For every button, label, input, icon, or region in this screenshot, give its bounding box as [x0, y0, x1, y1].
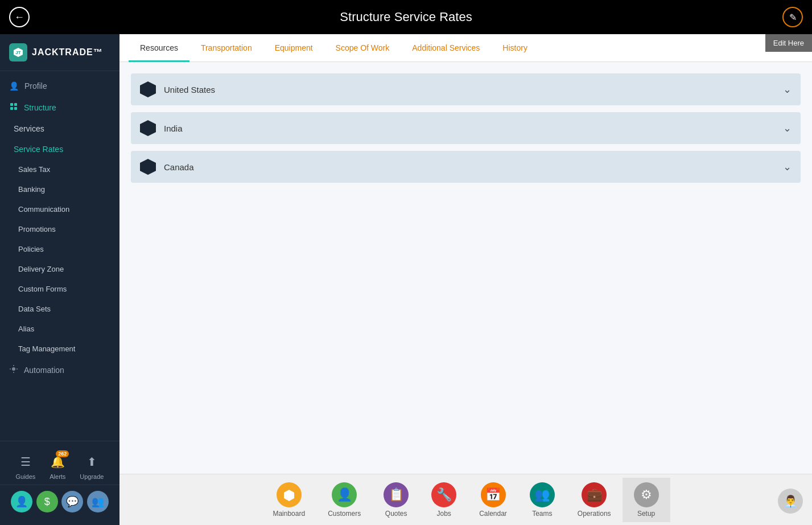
sidebar-item-automation[interactable]: Automation [0, 359, 119, 381]
sidebar-item-label: Banking [18, 185, 45, 194]
sidebar-item-label: Data Sets [18, 305, 51, 313]
page-title: Structure Service Rates [340, 10, 472, 24]
content-scroll: United States ⌄ India ⌄ Canada ⌄ [119, 62, 812, 474]
country-name-canada: Canada [164, 162, 783, 172]
nav-item-jobs[interactable]: 🔧 Jobs [420, 478, 468, 522]
sidebar-bottom-icons: 👤 $ 💬 👥 [0, 485, 119, 518]
nav-item-operations[interactable]: 💼 Operations [566, 478, 623, 522]
sidebar-nav: 👤 Profile Structure Services [0, 71, 119, 441]
sidebar-item-communication[interactable]: Communication [0, 199, 119, 219]
sidebar-item-label: Alias [18, 325, 34, 333]
sidebar-footer-icons: ☰ Guides 🔔 262 Alerts ⬆ Upgrade [0, 448, 119, 485]
tab-resources[interactable]: Resources [129, 34, 189, 61]
logo-icon: JT [9, 43, 27, 61]
sidebar-item-label: Profile [24, 81, 47, 91]
tab-equipment[interactable]: Equipment [263, 34, 324, 61]
avatar-image: 👨‍💼 [778, 489, 803, 514]
svg-rect-5 [14, 107, 17, 110]
content-area: Resources Transportation Equipment Scope… [119, 34, 812, 525]
quotes-icon: 📋 [384, 482, 409, 507]
sidebar-item-label: Promotions [18, 225, 56, 233]
operations-icon: 💼 [582, 482, 607, 507]
country-name-india: India [164, 124, 783, 133]
sidebar-item-data-sets[interactable]: Data Sets [0, 299, 119, 319]
sidebar-footer: ☰ Guides 🔔 262 Alerts ⬆ Upgrade 👤 $ 💬 👥 [0, 441, 119, 525]
tab-additional-services[interactable]: Additional Services [401, 34, 491, 61]
bottom-nav: Mainboard 👤 Customers 📋 Quotes 🔧 Jobs 📅 … [119, 474, 812, 525]
structure-icon [9, 102, 18, 113]
country-row-india[interactable]: India ⌄ [131, 112, 801, 144]
sidebar-item-label: Service Rates [14, 145, 63, 154]
sidebar-item-label: Communication [18, 205, 69, 214]
sidebar-item-delivery-zone[interactable]: Delivery Zone [0, 259, 119, 279]
guides-icon: ☰ [17, 453, 35, 471]
chat-icon-button[interactable]: 💬 [61, 491, 83, 512]
guides-button[interactable]: ☰ Guides [15, 453, 35, 480]
nav-item-calendar[interactable]: 📅 Calendar [468, 478, 518, 522]
sidebar-item-service-rates[interactable]: Service Rates [0, 139, 119, 159]
sidebar-item-label: Policies [18, 245, 44, 253]
sidebar-item-label: Automation [24, 366, 64, 375]
user-icon-button[interactable]: 👤 [11, 491, 32, 512]
tab-history[interactable]: History [491, 34, 539, 61]
country-row-canada[interactable]: Canada ⌄ [131, 151, 801, 183]
sidebar-item-label: Structure [24, 103, 56, 112]
edit-here-button[interactable]: Edit Here [765, 34, 812, 52]
sidebar-item-custom-forms[interactable]: Custom Forms [0, 279, 119, 299]
top-bar: ← Structure Service Rates ✎ [0, 0, 812, 34]
sidebar-item-alias[interactable]: Alias [0, 319, 119, 339]
sidebar-item-label: Delivery Zone [18, 265, 64, 273]
sidebar-item-services[interactable]: Services [0, 118, 119, 139]
user-avatar[interactable]: 👨‍💼 [778, 489, 803, 514]
customers-icon: 👤 [332, 482, 357, 507]
calendar-icon: 📅 [481, 482, 506, 507]
sidebar-item-profile[interactable]: 👤 Profile [0, 76, 119, 96]
sidebar-item-label: Tag Management [18, 344, 75, 353]
nav-item-setup[interactable]: ⚙ Setup [623, 478, 670, 522]
jobs-icon: 🔧 [431, 482, 456, 507]
tabs-bar: Resources Transportation Equipment Scope… [119, 34, 812, 62]
people-icon-button[interactable]: 👥 [87, 491, 109, 512]
nav-item-customers[interactable]: 👤 Customers [316, 478, 372, 522]
tab-scope-of-work[interactable]: Scope Of Work [324, 34, 401, 61]
sidebar-item-tag-management[interactable]: Tag Management [0, 339, 119, 359]
chevron-down-icon-india: ⌄ [783, 122, 792, 134]
country-icon-us [140, 81, 156, 97]
logo-text: JACKTRADE™ [32, 47, 103, 58]
svg-rect-2 [10, 103, 13, 106]
svg-point-6 [12, 367, 15, 371]
sidebar-item-structure[interactable]: Structure [0, 96, 119, 118]
mainboard-icon [277, 482, 302, 507]
sidebar-item-label: Sales Tax [18, 165, 50, 174]
nav-item-mainboard[interactable]: Mainboard [261, 478, 316, 522]
tab-transportation[interactable]: Transportation [189, 34, 263, 61]
sidebar: JT JACKTRADE™ 👤 Profile [0, 34, 119, 525]
sidebar-item-policies[interactable]: Policies [0, 239, 119, 259]
svg-rect-3 [14, 103, 17, 106]
dollar-icon-button[interactable]: $ [36, 491, 58, 512]
sidebar-item-banking[interactable]: Banking [0, 179, 119, 199]
teams-icon: 👥 [530, 482, 555, 507]
automation-icon [9, 364, 18, 375]
country-icon-india [140, 120, 156, 136]
upgrade-icon: ⬆ [83, 453, 101, 471]
chevron-down-icon-us: ⌄ [783, 83, 792, 96]
chevron-down-icon-canada: ⌄ [783, 161, 792, 173]
sidebar-logo: JT JACKTRADE™ [0, 34, 119, 71]
back-button[interactable]: ← [9, 7, 30, 27]
country-row-us[interactable]: United States ⌄ [131, 73, 801, 105]
sidebar-item-promotions[interactable]: Promotions [0, 219, 119, 239]
alerts-button[interactable]: 🔔 262 Alerts [48, 453, 67, 480]
sidebar-item-sales-tax[interactable]: Sales Tax [0, 159, 119, 179]
nav-item-quotes[interactable]: 📋 Quotes [372, 478, 420, 522]
alerts-badge: 262 [56, 450, 69, 457]
sidebar-item-label: Services [14, 124, 44, 133]
nav-item-teams[interactable]: 👥 Teams [518, 478, 566, 522]
edit-icon-button[interactable]: ✎ [782, 7, 803, 27]
setup-icon: ⚙ [634, 482, 659, 507]
profile-icon: 👤 [9, 81, 19, 91]
sidebar-item-label: Custom Forms [18, 285, 67, 293]
upgrade-button[interactable]: ⬆ Upgrade [80, 453, 104, 480]
svg-text:JT: JT [15, 50, 20, 55]
country-icon-canada [140, 159, 156, 175]
